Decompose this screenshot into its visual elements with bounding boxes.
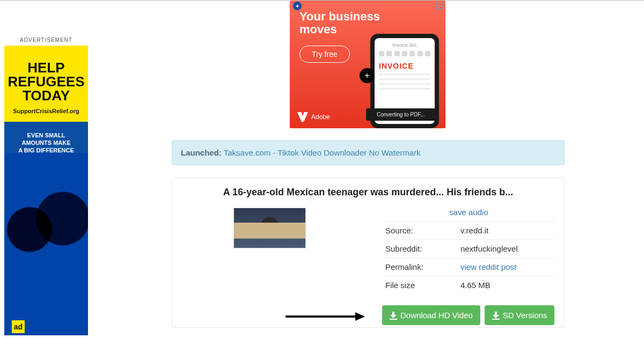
ad-sub-2: AMOUNTS MAKE <box>14 139 78 146</box>
adobe-brand-text: Adobe <box>311 113 330 121</box>
source-label: Source: <box>383 222 458 240</box>
adchoices-icon[interactable]: ad <box>12 320 25 333</box>
video-thumbnail[interactable] <box>233 208 306 248</box>
save-audio-link[interactable]: save audio <box>383 208 554 221</box>
filesize-label: File size <box>383 276 458 295</box>
ad-site: SupportCrisisRelief.org <box>8 108 85 114</box>
phone-invoice-word: INVOICE <box>379 62 430 70</box>
permalink-link[interactable]: view reddit post <box>460 262 516 271</box>
adobe-brand: Adobe <box>297 112 330 122</box>
adobe-logo-icon <box>297 112 308 122</box>
launched-label: Launched: <box>181 148 222 157</box>
ad-headline-3: TODAY <box>8 89 85 102</box>
table-row: Source: v.redd.it <box>383 222 554 240</box>
sd-versions-label: SD Versions <box>503 311 547 320</box>
table-row: Permalink: view reddit post <box>383 258 554 276</box>
download-icon <box>492 312 500 319</box>
download-hd-label: Download HD Video <box>400 311 473 320</box>
ad-headline-2: REFUGEES <box>8 75 85 89</box>
privacy-badge-icon[interactable]: ✦ <box>293 2 302 10</box>
try-free-button[interactable]: Try free <box>299 46 350 63</box>
video-info-table: Source: v.redd.it Subreddit: nextfucking… <box>383 221 554 294</box>
topad-headline: Your business moves <box>299 10 380 36</box>
topad-headline-1: Your business <box>299 10 380 23</box>
ad-headline-1: HELP <box>8 61 85 75</box>
advertisement-label: ADVERTISEMENT <box>4 37 88 43</box>
converting-toast: Converting to PDF... <box>366 108 436 121</box>
sd-versions-button[interactable]: SD Versions <box>485 305 555 325</box>
ad-info-icon[interactable]: ▷ <box>436 3 442 9</box>
phone-doc-title: Invoice.doc <box>379 42 430 48</box>
launched-link[interactable]: Taksave.com - Tiktok Video Downloader No… <box>224 148 421 157</box>
sidebar-advertisement[interactable]: HELP REFUGEES TODAY SupportCrisisRelief.… <box>4 46 88 335</box>
plus-icon: + <box>360 68 375 83</box>
ad-sub-1: EVEN SMALL <box>14 131 78 139</box>
source-value: v.redd.it <box>458 222 554 240</box>
download-hd-button[interactable]: Download HD Video <box>382 305 480 325</box>
download-icon <box>390 312 397 319</box>
table-row: File size 4.65 MB <box>383 276 554 295</box>
video-title: A 16-year-old Mexican teenager was murde… <box>182 187 554 198</box>
ad-headline-block: HELP REFUGEES TODAY SupportCrisisRelief.… <box>4 46 88 122</box>
subreddit-value: nextfuckinglevel <box>458 240 554 258</box>
ad-image <box>4 153 88 335</box>
topad-headline-2: moves <box>299 23 337 36</box>
top-banner-advertisement[interactable]: ✦ ▷ Your business moves Try free Invoice… <box>290 1 445 128</box>
launched-alert: Launched: Taksave.com - Tiktok Video Dow… <box>172 140 565 165</box>
table-row: Subreddit: nextfuckinglevel <box>383 240 554 258</box>
subreddit-label: Subreddit: <box>383 240 458 258</box>
filesize-value: 4.65 MB <box>458 276 554 295</box>
permalink-label: Permalink: <box>383 258 458 276</box>
phone-toolbar-icons <box>379 51 430 56</box>
phone-mockup: Invoice.doc INVOICE + Converting to PDF.… <box>370 34 439 128</box>
